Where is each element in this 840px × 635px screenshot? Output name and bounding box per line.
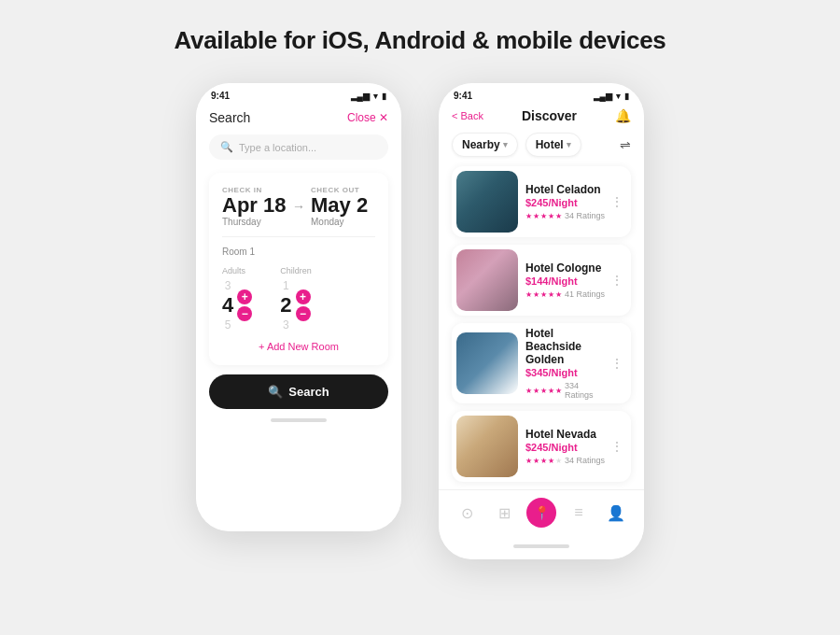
filter-row: Nearby ▾ Hotel ▾ ⇌ xyxy=(439,133,644,166)
star-icon: ★ xyxy=(555,387,562,395)
nearby-chevron-icon: ▾ xyxy=(503,140,508,149)
hotel-ratings-count: 334 Ratings xyxy=(565,381,607,400)
children-block: Children 1 2 3 + − xyxy=(280,266,312,332)
star-icon: ★ xyxy=(533,290,539,299)
filter-adjust-icon[interactable]: ⇌ xyxy=(620,137,631,152)
battery-icon-1: ▮ xyxy=(382,92,386,101)
discover-header: < Back Discover 🔔 xyxy=(439,105,644,133)
search-button[interactable]: 🔍 Search xyxy=(209,374,388,409)
hotel-rating-row: ★★★★★ 41 Ratings xyxy=(525,289,607,299)
checkout-date: May 2 xyxy=(311,194,375,217)
hotel-image xyxy=(456,249,518,311)
checkin-day: Thursday xyxy=(222,217,287,227)
star-icon: ★ xyxy=(525,387,532,395)
hotel-info: Hotel Celadon $245/Night ★★★★★ 34 Rating… xyxy=(525,179,607,224)
hotel-rating-row: ★★★★★ 34 Ratings xyxy=(525,456,607,465)
star-icon: ★ xyxy=(555,290,562,299)
children-prev: 1 xyxy=(283,279,289,292)
page-headline: Available for iOS, Android & mobile devi… xyxy=(175,26,666,55)
star-icon: ★ xyxy=(540,457,547,465)
guests-row: Adults 3 4 5 + − xyxy=(222,266,375,332)
status-bar-2: 9:41 ▂▄▆ ▾ ▮ xyxy=(439,83,644,105)
hotel-more-icon[interactable]: ⋮ xyxy=(607,194,623,209)
bell-icon[interactable]: 🔔 xyxy=(615,108,631,123)
hotel-info: Hotel Nevada $245/Night ★★★★★ 34 Ratings xyxy=(525,424,607,469)
children-increment[interactable]: + xyxy=(296,289,311,304)
hotel-image xyxy=(456,416,518,477)
search-icon: 🔍 xyxy=(220,141,233,153)
star-icon: ★ xyxy=(525,290,532,299)
hotel-info: Hotel Beachside Golden $345/Night ★★★★★ … xyxy=(525,323,607,403)
hotel-card[interactable]: Hotel Celadon $245/Night ★★★★★ 34 Rating… xyxy=(452,166,631,237)
children-counter: 1 2 3 + − xyxy=(280,279,312,332)
children-next: 3 xyxy=(283,318,289,332)
profile-nav-icon[interactable]: 👤 xyxy=(601,498,631,528)
status-icons-1: ▂▄▆ ▾ ▮ xyxy=(351,92,386,101)
location-nav-icon[interactable]: 📍 xyxy=(526,498,556,528)
hotel-price: $245/Night xyxy=(525,442,607,453)
discover-title: Discover xyxy=(522,108,577,123)
adults-current: 4 xyxy=(222,293,233,318)
wifi-icon-1: ▾ xyxy=(373,92,378,101)
battery-icon-2: ▮ xyxy=(624,92,629,101)
search-btn-icon: 🔍 xyxy=(268,385,283,399)
hotel-stars: ★★★★★ xyxy=(525,457,562,465)
checkout-block: CHECK OUT May 2 Monday xyxy=(311,186,375,227)
signal-icon-1: ▂▄▆ xyxy=(351,92,370,101)
home-indicator-2 xyxy=(513,544,569,548)
adults-counter: 3 4 5 + − xyxy=(222,279,252,332)
status-icons-2: ▂▄▆ ▾ ▮ xyxy=(594,92,629,101)
filter-nearby[interactable]: Nearby ▾ xyxy=(452,133,518,157)
star-icon: ★ xyxy=(548,457,554,465)
checkout-day: Monday xyxy=(311,217,375,227)
hotel-info: Hotel Cologne $144/Night ★★★★★ 41 Rating… xyxy=(525,258,607,303)
phone-search: 9:41 ▂▄▆ ▾ ▮ Search Close ✕ 🔍 Type a loc… xyxy=(196,83,401,531)
hotel-card[interactable]: Hotel Cologne $144/Night ★★★★★ 41 Rating… xyxy=(452,245,631,316)
wifi-icon-2: ▾ xyxy=(616,92,621,101)
star-icon: ★ xyxy=(540,290,547,299)
status-time-1: 9:41 xyxy=(211,91,230,101)
hotel-price: $144/Night xyxy=(525,275,607,287)
hotel-name: Hotel Cologne xyxy=(525,261,607,275)
star-icon: ★ xyxy=(525,212,532,220)
filter-hotel[interactable]: Hotel ▾ xyxy=(525,133,581,157)
search-input[interactable]: Type a location... xyxy=(239,142,316,153)
search-input-wrap[interactable]: 🔍 Type a location... xyxy=(209,134,388,160)
star-icon: ★ xyxy=(525,457,532,465)
search-title: Search xyxy=(209,110,250,125)
checkin-date: Apr 18 xyxy=(222,194,287,217)
hotel-card[interactable]: Hotel Nevada $245/Night ★★★★★ 34 Ratings… xyxy=(452,411,631,482)
hotel-price: $345/Night xyxy=(525,367,607,378)
adults-decrement[interactable]: − xyxy=(237,306,252,321)
hotel-price: $245/Night xyxy=(525,197,607,208)
star-icon: ★ xyxy=(548,290,554,299)
hotel-name: Hotel Celadon xyxy=(525,183,607,196)
adults-increment[interactable]: + xyxy=(237,289,252,304)
hotel-ratings-count: 34 Ratings xyxy=(565,456,605,465)
hotel-ratings-count: 41 Ratings xyxy=(565,289,605,299)
children-label: Children xyxy=(280,266,312,275)
star-icon: ★ xyxy=(548,212,554,220)
hotel-name: Hotel Nevada xyxy=(525,428,607,441)
hotel-more-icon[interactable]: ⋮ xyxy=(607,356,623,371)
add-room-row[interactable]: + Add New Room xyxy=(222,341,375,352)
hotel-more-icon[interactable]: ⋮ xyxy=(607,439,623,454)
grid-nav-icon[interactable]: ⊞ xyxy=(489,498,519,528)
hotel-stars: ★★★★★ xyxy=(525,387,562,395)
hotel-card[interactable]: Hotel Beachside Golden $345/Night ★★★★★ … xyxy=(452,323,631,403)
search-header: Search Close ✕ xyxy=(196,105,401,134)
phone-discover: 9:41 ▂▄▆ ▾ ▮ < Back Discover 🔔 Nearby ▾ xyxy=(439,83,644,559)
search-btn-label: Search xyxy=(288,385,329,399)
list-nav-icon[interactable]: ≡ xyxy=(564,498,594,528)
close-button[interactable]: Close ✕ xyxy=(347,111,388,124)
hotel-more-icon[interactable]: ⋮ xyxy=(607,273,623,288)
back-button[interactable]: < Back xyxy=(452,110,483,121)
hotel-chevron-icon: ▾ xyxy=(567,140,571,149)
children-decrement[interactable]: − xyxy=(296,306,311,321)
star-icon: ★ xyxy=(533,457,539,465)
checkin-block: CHECK IN Apr 18 Thursday xyxy=(222,186,287,227)
arrow-icon: → xyxy=(287,199,311,214)
explore-nav-icon[interactable]: ⊙ xyxy=(452,498,482,528)
children-current: 2 xyxy=(280,293,291,318)
filter-nearby-label: Nearby xyxy=(462,138,500,151)
